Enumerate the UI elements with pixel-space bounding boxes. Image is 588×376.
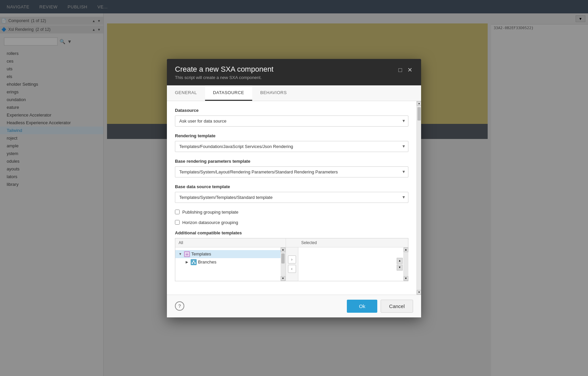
templates-icon — [184, 251, 190, 257]
transfer-right-btn[interactable]: › — [288, 255, 296, 264]
right-scroll-down-btn[interactable]: ▼ — [404, 276, 408, 281]
compat-body: ▼ Templates — [175, 247, 408, 281]
dialog-title: Create a new SXA component — [175, 65, 274, 74]
col-selected: Selected — [298, 238, 408, 247]
publishing-grouping-label[interactable]: Publishing grouping template — [182, 210, 238, 215]
horizon-grouping-label[interactable]: Horizon datasource grouping — [182, 220, 238, 225]
horizon-grouping-checkbox[interactable] — [175, 220, 180, 225]
tab-behaviors[interactable]: BEHAVIORS — [252, 85, 295, 101]
svg-line-5 — [192, 262, 194, 262]
svg-point-4 — [194, 262, 196, 264]
selected-updown: ▲ ▼ — [397, 247, 403, 281]
branches-icon — [191, 259, 197, 265]
body-scroll-up-btn[interactable]: ▲ — [417, 101, 421, 106]
modal-overlay: Create a new SXA component This script w… — [0, 0, 588, 376]
tree-item-templates[interactable]: ▼ Templates — [175, 250, 285, 258]
transfer-header-spacer — [286, 238, 298, 247]
scroll-down-btn[interactable]: ▼ — [281, 276, 285, 281]
branches-label: Branches — [198, 259, 216, 265]
datasource-label: Datasource — [175, 108, 408, 113]
close-button[interactable]: ✕ — [407, 66, 413, 74]
help-icon[interactable]: ? — [175, 301, 184, 311]
svg-line-6 — [194, 262, 195, 262]
base-datasource-select[interactable]: Templates/System/Templates/Standard temp… — [175, 192, 408, 203]
datasource-select[interactable]: Ask user for data source No data source … — [175, 116, 408, 127]
rendering-template-select-wrapper: Templates/Foundation/JavaScript Services… — [175, 141, 408, 152]
dialog-header: Create a new SXA component This script w… — [167, 59, 421, 85]
svg-point-2 — [193, 260, 194, 262]
templates-label: Templates — [191, 251, 211, 256]
compat-left: ▼ Templates — [175, 247, 286, 281]
compat-tree: ▼ Templates — [175, 247, 285, 274]
ok-button[interactable]: Ok — [347, 300, 377, 313]
dialog-title-area: Create a new SXA component This script w… — [175, 65, 274, 80]
body-scroll-down-btn[interactable]: ▼ — [417, 290, 421, 295]
compat-left-scrollbar: ▲ ▼ — [281, 247, 285, 281]
right-scroll-up-btn[interactable]: ▲ — [404, 247, 408, 252]
compat-templates-container: All Selected ▼ — [175, 238, 408, 281]
datasource-section: Datasource Ask user for data source No d… — [175, 108, 408, 127]
base-rendering-select-wrapper: Templates/System/Layout/Rendering Parame… — [175, 166, 408, 177]
selected-move-down-btn[interactable]: ▼ — [397, 265, 403, 271]
create-sxa-dialog: Create a new SXA component This script w… — [167, 59, 421, 317]
dialog-subtitle: This script will create a new SXA compon… — [175, 75, 274, 80]
body-scroll-thumb — [417, 107, 421, 121]
rendering-template-section: Rendering template Templates/Foundation/… — [175, 133, 408, 152]
scroll-track[interactable] — [281, 252, 285, 276]
horizon-grouping-row: Horizon datasource grouping — [175, 220, 408, 225]
col-all: All — [175, 238, 286, 247]
dialog-footer: ? Ok Cancel — [167, 295, 421, 317]
scroll-thumb — [281, 253, 285, 264]
scroll-up-btn[interactable]: ▲ — [281, 247, 285, 252]
compat-header: All Selected — [175, 238, 408, 247]
base-datasource-section: Base data source template Templates/Syst… — [175, 184, 408, 203]
base-rendering-select[interactable]: Templates/System/Layout/Rendering Parame… — [175, 166, 408, 177]
maximize-button[interactable]: □ — [398, 66, 403, 74]
svg-point-3 — [192, 262, 193, 264]
footer-left: ? — [175, 301, 184, 311]
publishing-grouping-checkbox[interactable] — [175, 210, 180, 214]
compat-right: ▲ ▼ ▲ ▼ — [298, 247, 408, 281]
tree-item-branches[interactable]: ▶ — [175, 258, 285, 266]
right-scroll-track[interactable] — [404, 252, 408, 276]
base-datasource-label: Base data source template — [175, 184, 408, 189]
dialog-header-actions: □ ✕ — [398, 66, 413, 74]
rendering-template-label: Rendering template — [175, 133, 408, 138]
body-scroll-track[interactable] — [417, 106, 421, 290]
compat-right-scrollbar: ▲ ▼ — [403, 247, 408, 281]
transfer-left-btn[interactable]: ‹ — [288, 265, 296, 273]
footer-right: Ok Cancel — [347, 300, 413, 313]
datasource-select-wrapper: Ask user for data source No data source … — [175, 116, 408, 127]
base-rendering-section: Base rendering parameters template Templ… — [175, 159, 408, 177]
tab-datasource[interactable]: DATASOURCE — [205, 85, 252, 101]
svg-rect-0 — [185, 252, 189, 256]
rendering-template-select[interactable]: Templates/Foundation/JavaScript Services… — [175, 141, 408, 152]
dialog-tabs: GENERAL DATASOURCE BEHAVIORS — [167, 85, 421, 101]
dialog-body: Datasource Ask user for data source No d… — [167, 101, 416, 295]
selected-move-up-btn[interactable]: ▲ — [397, 258, 403, 264]
tab-general[interactable]: GENERAL — [167, 85, 205, 101]
transfer-buttons: › ‹ — [286, 247, 298, 281]
base-datasource-select-wrapper: Templates/System/Templates/Standard temp… — [175, 192, 408, 203]
additional-templates-label: Additional compatible templates — [175, 230, 408, 235]
templates-collapse-icon[interactable]: ▼ — [178, 252, 183, 256]
branches-expand-icon[interactable]: ▶ — [185, 260, 189, 265]
dialog-body-scrollbar: ▲ ▼ — [416, 101, 421, 295]
additional-templates-section: Additional compatible templates All Sele… — [175, 230, 408, 281]
publishing-grouping-row: Publishing grouping template — [175, 210, 408, 215]
dialog-body-wrapper: Datasource Ask user for data source No d… — [167, 101, 421, 295]
cancel-button[interactable]: Cancel — [381, 300, 413, 313]
base-rendering-label: Base rendering parameters template — [175, 159, 408, 164]
